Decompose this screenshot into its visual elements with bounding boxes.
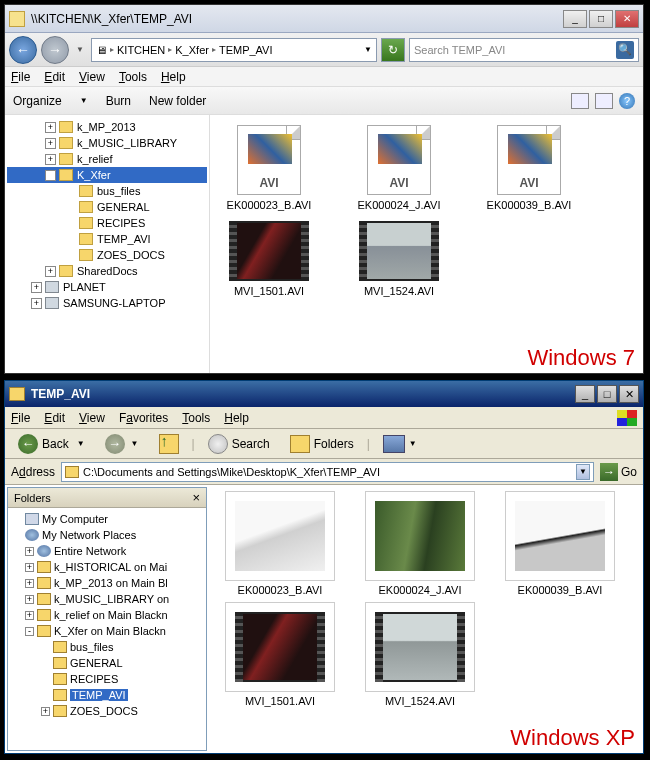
- tree-item[interactable]: RECIPES: [11, 671, 203, 687]
- organize-button[interactable]: Organize: [13, 94, 62, 108]
- tree-item[interactable]: -K_Xfer: [7, 167, 207, 183]
- minimize-button[interactable]: _: [575, 385, 595, 403]
- address-label: Address: [11, 465, 55, 479]
- file-item[interactable]: MVI_1501.AVI: [214, 221, 324, 297]
- win7-explorer-window: \\KITCHEN\K_Xfer\TEMP_AVI _ □ ✕ ← → ▼ 🖥 …: [4, 4, 644, 374]
- tree-item[interactable]: GENERAL: [11, 655, 203, 671]
- forward-button[interactable]: →: [41, 36, 69, 64]
- win7-titlebar[interactable]: \\KITCHEN\K_Xfer\TEMP_AVI _ □ ✕: [5, 5, 643, 33]
- tree-item[interactable]: TEMP_AVI: [7, 231, 207, 247]
- menu-favorites[interactable]: Favorites: [119, 411, 168, 425]
- views-button[interactable]: ▼: [376, 432, 424, 456]
- folders-button[interactable]: Folders: [283, 432, 361, 456]
- menu-tools[interactable]: Tools: [182, 411, 210, 425]
- win7-toolbar: Organize▼ Burn New folder ?: [5, 87, 643, 115]
- winxp-folder-tree[interactable]: My ComputerMy Network Places+Entire Netw…: [8, 508, 206, 750]
- menu-view[interactable]: View: [79, 70, 105, 84]
- refresh-button[interactable]: ↻: [381, 38, 405, 62]
- menu-view[interactable]: View: [79, 411, 105, 425]
- file-item[interactable]: EK000039_B.AVI: [495, 491, 625, 596]
- address-input[interactable]: C:\Documents and Settings\Mike\Desktop\K…: [61, 462, 594, 482]
- tree-item[interactable]: +PLANET: [7, 279, 207, 295]
- windows-logo-icon: [617, 410, 637, 426]
- tree-item[interactable]: +k_relief on Main Blackn: [11, 607, 203, 623]
- winxp-menubar: File Edit View Favorites Tools Help: [5, 407, 643, 429]
- win7-folder-tree[interactable]: +k_MP_2013+k_MUSIC_LIBRARY+k_relief-K_Xf…: [5, 115, 210, 373]
- back-button[interactable]: ←: [9, 36, 37, 64]
- menu-tools[interactable]: Tools: [119, 70, 147, 84]
- menu-help[interactable]: Help: [161, 70, 186, 84]
- menu-edit[interactable]: Edit: [44, 411, 65, 425]
- search-icon[interactable]: 🔍: [616, 41, 634, 59]
- folder-icon: [9, 387, 25, 401]
- tree-item[interactable]: +k_MP_2013 on Main Bl: [11, 575, 203, 591]
- close-button[interactable]: ✕: [615, 10, 639, 28]
- winxp-folders-panel: Folders× My ComputerMy Network Places+En…: [7, 487, 207, 751]
- view-mode-button[interactable]: [571, 93, 589, 109]
- maximize-button[interactable]: □: [589, 10, 613, 28]
- menu-help[interactable]: Help: [224, 411, 249, 425]
- search-button[interactable]: Search: [201, 431, 277, 457]
- folder-icon: [9, 11, 25, 27]
- winxp-toolbar: ←Back▼ →▼ | Search Folders | ▼: [5, 429, 643, 459]
- panel-title: Folders: [14, 492, 51, 504]
- file-item[interactable]: MVI_1501.AVI: [215, 602, 345, 707]
- tree-item[interactable]: My Network Places: [11, 527, 203, 543]
- close-button[interactable]: ✕: [619, 385, 639, 403]
- forward-button[interactable]: →▼: [98, 431, 146, 457]
- tree-item[interactable]: +SharedDocs: [7, 263, 207, 279]
- window-title: TEMP_AVI: [31, 387, 573, 401]
- maximize-button[interactable]: □: [597, 385, 617, 403]
- folder-icon: [65, 466, 79, 478]
- tree-item[interactable]: bus_files: [11, 639, 203, 655]
- file-item[interactable]: AVIEK000023_B.AVI: [214, 125, 324, 211]
- tree-item[interactable]: +k_relief: [7, 151, 207, 167]
- tree-item[interactable]: +k_HISTORICAL on Mai: [11, 559, 203, 575]
- preview-pane-button[interactable]: [595, 93, 613, 109]
- winxp-titlebar[interactable]: TEMP_AVI _ □ ✕: [5, 381, 643, 407]
- win7-navbar: ← → ▼ 🖥 ▸ KITCHEN ▸ K_Xfer ▸ TEMP_AVI ▼ …: [5, 33, 643, 67]
- address-breadcrumb[interactable]: 🖥 ▸ KITCHEN ▸ K_Xfer ▸ TEMP_AVI ▼: [91, 38, 377, 62]
- tree-item[interactable]: +k_MUSIC_LIBRARY: [7, 135, 207, 151]
- back-button[interactable]: ←Back▼: [11, 431, 92, 457]
- computer-icon: 🖥: [96, 44, 107, 56]
- file-item[interactable]: EK000023_B.AVI: [215, 491, 345, 596]
- menu-file[interactable]: File: [11, 70, 30, 84]
- minimize-button[interactable]: _: [563, 10, 587, 28]
- menu-file[interactable]: File: [11, 411, 30, 425]
- tree-item[interactable]: TEMP_AVI: [11, 687, 203, 703]
- win7-menubar: File Edit View Tools Help: [5, 67, 643, 87]
- winxp-addressbar: Address C:\Documents and Settings\Mike\D…: [5, 459, 643, 485]
- tree-item[interactable]: +ZOES_DOCS: [11, 703, 203, 719]
- tree-item[interactable]: -K_Xfer on Main Blackn: [11, 623, 203, 639]
- file-item[interactable]: AVIEK000024_J.AVI: [344, 125, 454, 211]
- file-item[interactable]: MVI_1524.AVI: [355, 602, 485, 707]
- tree-item[interactable]: +Entire Network: [11, 543, 203, 559]
- tree-item[interactable]: +k_MP_2013: [7, 119, 207, 135]
- caption-label: Windows 7: [527, 345, 635, 371]
- tree-item[interactable]: bus_files: [7, 183, 207, 199]
- winxp-explorer-window: TEMP_AVI _ □ ✕ File Edit View Favorites …: [4, 380, 644, 754]
- menu-edit[interactable]: Edit: [44, 70, 65, 84]
- tree-item[interactable]: +k_MUSIC_LIBRARY on: [11, 591, 203, 607]
- file-item[interactable]: AVIEK000039_B.AVI: [474, 125, 584, 211]
- tree-item[interactable]: +SAMSUNG-LAPTOP: [7, 295, 207, 311]
- go-button[interactable]: →Go: [600, 463, 637, 481]
- file-item[interactable]: MVI_1524.AVI: [344, 221, 454, 297]
- panel-close-button[interactable]: ×: [192, 490, 200, 505]
- up-button[interactable]: [152, 431, 186, 457]
- tree-item[interactable]: My Computer: [11, 511, 203, 527]
- history-dropdown[interactable]: ▼: [73, 36, 87, 64]
- newfolder-button[interactable]: New folder: [149, 94, 206, 108]
- address-dropdown[interactable]: ▼: [576, 464, 590, 480]
- caption-label: Windows XP: [510, 725, 635, 751]
- help-icon[interactable]: ?: [619, 93, 635, 109]
- tree-item[interactable]: GENERAL: [7, 199, 207, 215]
- tree-item[interactable]: ZOES_DOCS: [7, 247, 207, 263]
- search-input[interactable]: Search TEMP_AVI 🔍: [409, 38, 639, 62]
- tree-item[interactable]: RECIPES: [7, 215, 207, 231]
- burn-button[interactable]: Burn: [106, 94, 131, 108]
- file-item[interactable]: EK000024_J.AVI: [355, 491, 485, 596]
- winxp-file-pane[interactable]: EK000023_B.AVIEK000024_J.AVIEK000039_B.A…: [209, 485, 643, 753]
- win7-file-pane[interactable]: AVIEK000023_B.AVIAVIEK000024_J.AVIAVIEK0…: [210, 115, 643, 373]
